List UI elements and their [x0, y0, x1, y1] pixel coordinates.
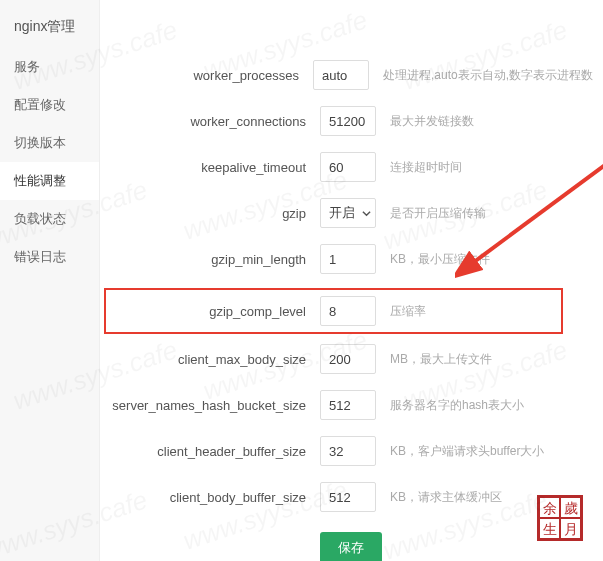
hint-gzip-comp-level: 压缩率: [390, 303, 426, 320]
main-panel: worker_processes 处理进程,auto表示自动,数字表示进程数 w…: [100, 0, 603, 561]
row-server-names-hash-bucket-size: server_names_hash_bucket_size 服务器名字的hash…: [110, 390, 593, 420]
input-client-max-body-size[interactable]: [320, 344, 376, 374]
select-gzip[interactable]: 开启: [320, 198, 376, 228]
input-server-names-hash[interactable]: [320, 390, 376, 420]
input-client-body-buffer[interactable]: [320, 482, 376, 512]
hint-server-names-hash: 服务器名字的hash表大小: [390, 397, 524, 414]
hint-worker-connections: 最大并发链接数: [390, 113, 474, 130]
label-client-max-body-size: client_max_body_size: [110, 352, 320, 367]
sidebar-item-label: 服务: [14, 59, 40, 74]
row-client-max-body-size: client_max_body_size MB，最大上传文件: [110, 344, 593, 374]
chevron-down-icon: [362, 206, 371, 221]
hint-client-max-body-size: MB，最大上传文件: [390, 351, 492, 368]
label-gzip-comp-level: gzip_comp_level: [110, 304, 320, 319]
label-gzip: gzip: [110, 206, 320, 221]
sidebar-item-performance[interactable]: 性能调整: [0, 162, 99, 200]
sidebar-item-label: 性能调整: [14, 173, 66, 188]
hint-worker-processes: 处理进程,auto表示自动,数字表示进程数: [383, 67, 593, 84]
row-worker-processes: worker_processes 处理进程,auto表示自动,数字表示进程数: [110, 60, 593, 90]
label-client-header-buffer: client_header_buffer_size: [110, 444, 320, 459]
hint-client-header-buffer: KB，客户端请求头buffer大小: [390, 443, 544, 460]
hint-gzip: 是否开启压缩传输: [390, 205, 486, 222]
sidebar-item-config[interactable]: 配置修改: [0, 86, 99, 124]
row-gzip: gzip 开启 是否开启压缩传输: [110, 198, 593, 228]
sidebar-item-label: 切换版本: [14, 135, 66, 150]
label-worker-connections: worker_connections: [110, 114, 320, 129]
input-client-header-buffer[interactable]: [320, 436, 376, 466]
input-worker-processes[interactable]: [313, 60, 369, 90]
input-gzip-comp-level[interactable]: [320, 296, 376, 326]
sidebar-item-label: 负载状态: [14, 211, 66, 226]
hint-gzip-min-length: KB，最小压缩文件: [390, 251, 490, 268]
row-client-header-buffer-size: client_header_buffer_size KB，客户端请求头buffe…: [110, 436, 593, 466]
sidebar-item-errorlog[interactable]: 错误日志: [0, 238, 99, 276]
select-gzip-value: 开启: [329, 204, 355, 222]
input-worker-connections[interactable]: [320, 106, 376, 136]
sidebar: nginx管理 服务 配置修改 切换版本 性能调整 负载状态 错误日志: [0, 0, 100, 561]
hint-keepalive-timeout: 连接超时时间: [390, 159, 462, 176]
label-worker-processes: worker_processes: [110, 68, 313, 83]
row-gzip-min-length: gzip_min_length KB，最小压缩文件: [110, 244, 593, 274]
row-client-body-buffer-size: client_body_buffer_size KB，请求主体缓冲区: [110, 482, 593, 512]
hint-client-body-buffer: KB，请求主体缓冲区: [390, 489, 502, 506]
sidebar-title: nginx管理: [0, 8, 99, 48]
label-client-body-buffer: client_body_buffer_size: [110, 490, 320, 505]
sidebar-item-version[interactable]: 切换版本: [0, 124, 99, 162]
sidebar-item-label: 配置修改: [14, 97, 66, 112]
input-gzip-min-length[interactable]: [320, 244, 376, 274]
label-server-names-hash: server_names_hash_bucket_size: [110, 398, 320, 413]
save-row: 保存: [110, 532, 593, 561]
row-gzip-comp-level: gzip_comp_level 压缩率: [104, 288, 563, 334]
row-keepalive-timeout: keepalive_timeout 连接超时时间: [110, 152, 593, 182]
input-keepalive-timeout[interactable]: [320, 152, 376, 182]
sidebar-item-service[interactable]: 服务: [0, 48, 99, 86]
sidebar-item-load[interactable]: 负载状态: [0, 200, 99, 238]
save-button[interactable]: 保存: [320, 532, 382, 561]
row-worker-connections: worker_connections 最大并发链接数: [110, 106, 593, 136]
sidebar-item-label: 错误日志: [14, 249, 66, 264]
seal-stamp-icon: 余 歲 生 月: [537, 495, 583, 541]
label-keepalive-timeout: keepalive_timeout: [110, 160, 320, 175]
label-gzip-min-length: gzip_min_length: [110, 252, 320, 267]
